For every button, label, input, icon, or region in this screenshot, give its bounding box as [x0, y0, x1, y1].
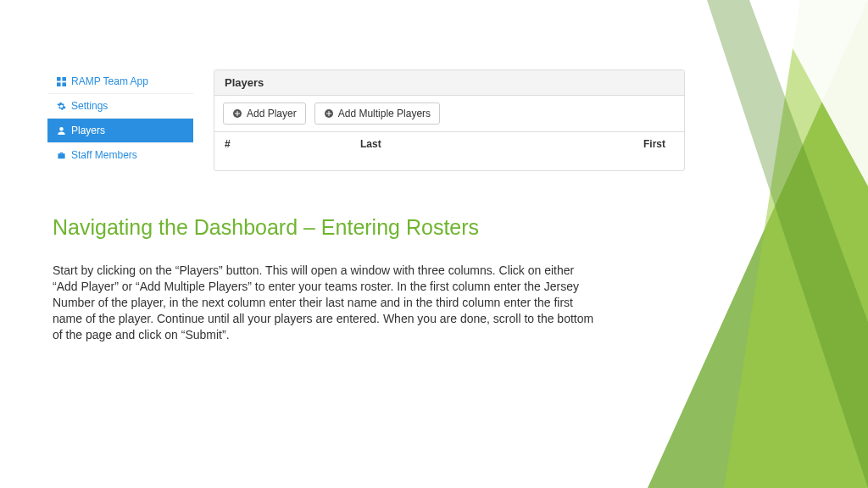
svg-rect-6 [57, 82, 61, 86]
column-first: First [633, 132, 684, 156]
sidebar-item-label: Staff Members [71, 149, 137, 161]
grid-icon [56, 77, 66, 86]
sidebar-item-label: Players [71, 125, 105, 136]
svg-rect-5 [62, 77, 66, 81]
panel-title: Players [214, 70, 684, 96]
sidebar: RAMP Team App Settings Players Staff Mem… [47, 69, 193, 171]
svg-rect-4 [57, 77, 61, 81]
table-header: # Last First [214, 131, 684, 156]
plus-circle-icon [324, 108, 334, 119]
panel-toolbar: Add Player Add Multiple Players [214, 96, 684, 131]
svg-marker-2 [707, 0, 868, 488]
sidebar-item-settings[interactable]: Settings [47, 94, 193, 119]
plus-circle-icon [232, 108, 242, 119]
svg-rect-13 [326, 114, 331, 114]
add-player-button[interactable]: Add Player [223, 103, 306, 125]
gear-icon [56, 102, 66, 111]
sidebar-item-ramp-team-app[interactable]: RAMP Team App [47, 69, 193, 94]
person-icon [56, 126, 66, 136]
column-number: # [214, 132, 350, 156]
svg-rect-10 [235, 114, 240, 114]
column-last: Last [350, 132, 633, 156]
slide-title: Navigating the Dashboard – Entering Rost… [53, 215, 479, 240]
button-label: Add Multiple Players [338, 108, 431, 119]
svg-marker-1 [724, 0, 868, 488]
players-panel: Players Add Player Add Multiple Players … [214, 69, 685, 171]
button-label: Add Player [247, 108, 297, 119]
slide-body: Start by clicking on the “Players” butto… [53, 263, 595, 342]
app-screenshot: RAMP Team App Settings Players Staff Mem… [47, 69, 685, 171]
sidebar-item-label: Settings [71, 100, 108, 112]
sidebar-item-label: RAMP Team App [71, 75, 148, 87]
sidebar-item-staff-members[interactable]: Staff Members [47, 143, 193, 167]
add-multiple-players-button[interactable]: Add Multiple Players [314, 103, 440, 125]
sidebar-item-players[interactable]: Players [47, 119, 193, 143]
svg-marker-3 [766, 0, 868, 186]
briefcase-icon [56, 151, 66, 160]
svg-rect-7 [62, 82, 66, 86]
